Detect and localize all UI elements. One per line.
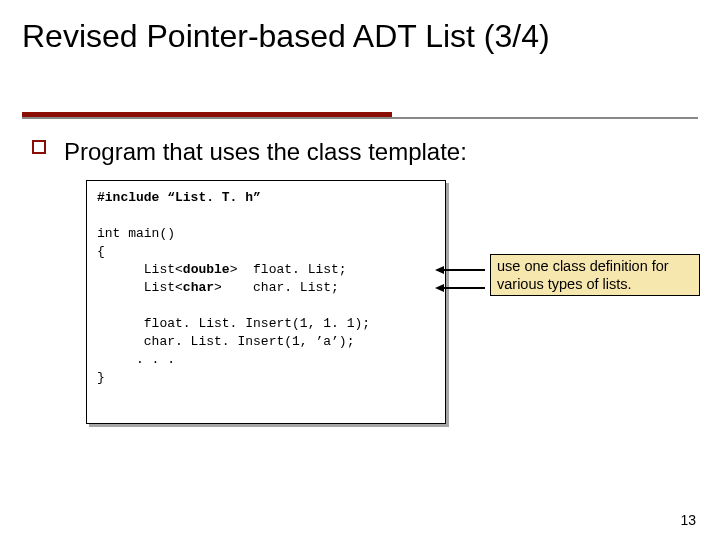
bullet-icon	[32, 140, 46, 154]
code-line-11: }	[97, 370, 105, 385]
code-line-10: . . .	[97, 352, 175, 367]
divider-gray	[22, 117, 698, 119]
code-line-3: int main()	[97, 226, 175, 241]
arrow-icon	[443, 269, 485, 271]
code-line-5b: double	[183, 262, 230, 277]
code-line-9: char. List. Insert(1, ’a’);	[97, 334, 354, 349]
body-text: Program that uses the class template:	[64, 138, 467, 166]
code-line-6b: char	[183, 280, 214, 295]
code-blank-2	[97, 298, 105, 313]
code-line-8: float. List. Insert(1, 1. 1);	[97, 316, 370, 331]
code-block: #include “List. T. h” int main() { List<…	[86, 180, 446, 424]
callout-box: use one class definition for various typ…	[490, 254, 700, 296]
code-line-5a: List<	[97, 262, 183, 277]
arrow-icon	[443, 287, 485, 289]
slide: Revised Pointer-based ADT List (3/4) Pro…	[0, 0, 720, 540]
code-line-6c: > char. List;	[214, 280, 339, 295]
code-line-1: #include “List. T. h”	[97, 190, 261, 205]
title-divider	[22, 112, 698, 120]
code-line-6a: List<	[97, 280, 183, 295]
slide-title: Revised Pointer-based ADT List (3/4)	[22, 16, 550, 56]
code-line-5c: > float. List;	[230, 262, 347, 277]
code-line-4: {	[97, 244, 105, 259]
page-number: 13	[680, 512, 696, 528]
code-blank-1	[97, 208, 105, 223]
